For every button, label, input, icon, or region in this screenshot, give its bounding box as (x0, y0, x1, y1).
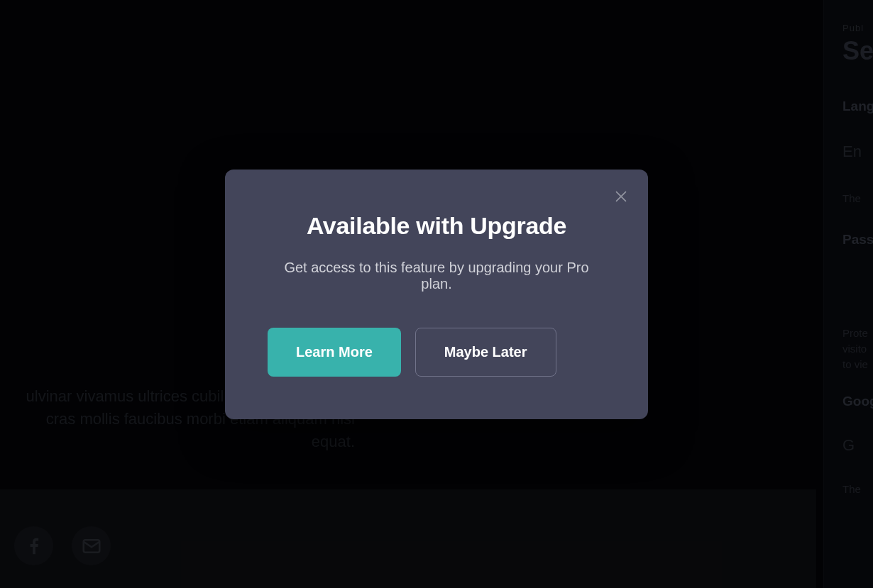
close-button[interactable] (610, 185, 632, 208)
upgrade-modal: Available with Upgrade Get access to thi… (225, 170, 648, 419)
modal-overlay: Available with Upgrade Get access to thi… (0, 0, 873, 588)
modal-actions: Learn More Maybe Later (268, 328, 605, 377)
maybe-later-button[interactable]: Maybe Later (415, 328, 556, 377)
close-icon (613, 189, 629, 204)
learn-more-button[interactable]: Learn More (268, 328, 401, 377)
modal-body: Get access to this feature by upgrading … (268, 260, 605, 292)
modal-title: Available with Upgrade (268, 212, 605, 240)
